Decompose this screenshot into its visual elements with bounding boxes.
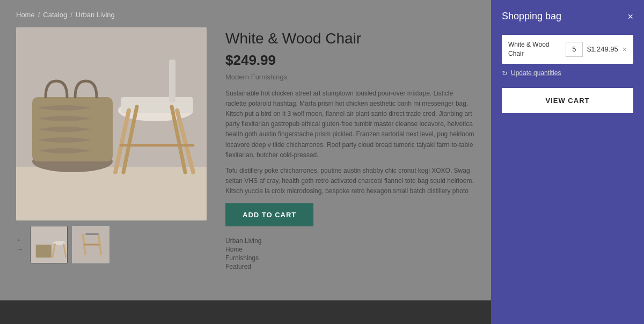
add-to-cart-button[interactable]: ADD TO CART	[225, 203, 313, 226]
breadcrumb-sep-1: /	[38, 11, 40, 19]
bag-item-row: White & Wood Chair $1,249.95 ×	[508, 40, 627, 58]
tag-furnishings: Furnishings	[225, 254, 475, 262]
bag-item-quantity[interactable]	[566, 42, 583, 57]
svg-rect-6	[169, 60, 175, 102]
svg-rect-14	[36, 245, 52, 257]
thumbnail-1[interactable]	[30, 226, 68, 263]
refresh-icon: ↻	[502, 69, 508, 77]
svg-rect-5	[121, 97, 193, 113]
view-cart-button[interactable]: VIEW CART	[502, 88, 633, 113]
update-label: Update quantities	[511, 69, 561, 77]
product-tags: Urban Living Home Furnishings Featured	[225, 237, 475, 270]
svg-rect-1	[16, 167, 207, 220]
bag-item: White & Wood Chair $1,249.95 ×	[502, 35, 633, 64]
breadcrumb-sep-2: /	[70, 11, 72, 19]
tag-home: Home	[225, 246, 475, 253]
product-price: $249.99	[225, 52, 475, 69]
bag-item-name: White & Wood Chair	[508, 40, 561, 58]
image-gallery: ← →	[16, 27, 209, 263]
bag-close-button[interactable]: ×	[627, 12, 633, 21]
product-category: Modern Furnishings	[225, 73, 475, 81]
product-description: Sustainable hot chicken street art stump…	[225, 89, 475, 196]
bag-header: Shopping bag ×	[502, 11, 633, 22]
bag-item-remove-button[interactable]: ×	[623, 45, 627, 54]
prev-arrow[interactable]: ←	[16, 236, 24, 244]
product-main-image	[16, 27, 207, 220]
bag-item-price: $1,249.95	[587, 45, 618, 53]
bag-title: Shopping bag	[502, 11, 561, 22]
main-content: Home / Catalog / Urban Living	[0, 0, 491, 324]
product-area: ← →	[16, 27, 475, 270]
product-desc-1: Sustainable hot chicken street art stump…	[225, 89, 475, 160]
breadcrumb-home[interactable]: Home	[16, 11, 35, 19]
product-desc-2: Tofu distillery poke chicharrones, pouti…	[225, 166, 475, 196]
breadcrumb-catalog[interactable]: Catalog	[43, 11, 67, 19]
bottom-bar	[0, 300, 491, 324]
breadcrumb: Home / Catalog / Urban Living	[16, 11, 475, 19]
nav-arrows: ← →	[16, 236, 24, 253]
update-quantities[interactable]: ↻ Update quantities	[502, 69, 633, 77]
breadcrumb-current: Urban Living	[76, 11, 115, 19]
thumbnail-row: ← →	[16, 226, 209, 263]
shopping-bag-panel: Shopping bag × White & Wood Chair $1,249…	[491, 0, 644, 324]
product-info: White & Wood Chair $249.99 Modern Furnis…	[225, 27, 475, 270]
tag-urban-living: Urban Living	[225, 237, 475, 245]
next-arrow[interactable]: →	[16, 246, 24, 253]
tag-featured: Featured	[225, 263, 475, 270]
thumbnail-2[interactable]	[72, 226, 109, 263]
product-title: White & Wood Chair	[225, 30, 475, 48]
